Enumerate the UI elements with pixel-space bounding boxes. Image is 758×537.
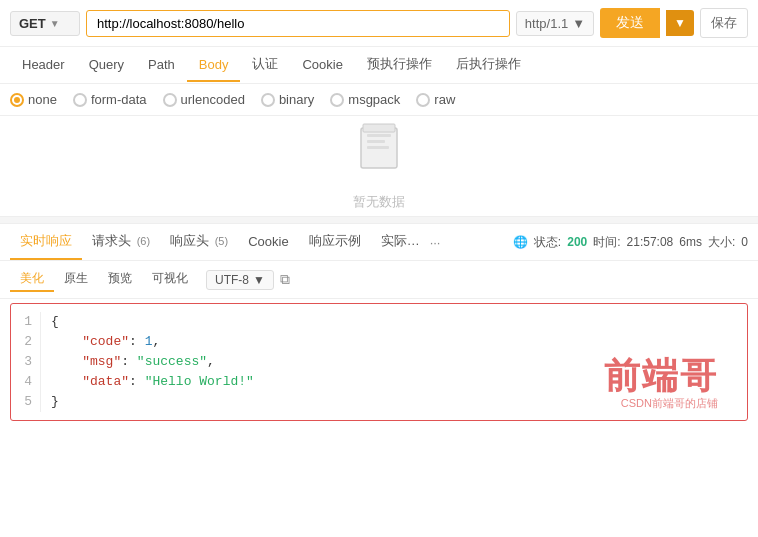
encoding-text: UTF-8 xyxy=(215,273,249,287)
line-numbers: 1 2 3 4 5 xyxy=(11,312,41,412)
line-num-3: 3 xyxy=(19,352,32,372)
time-label: 时间: xyxy=(593,234,620,251)
duration-value: 6ms xyxy=(679,235,702,249)
response-tab-realtime[interactable]: 实时响应 xyxy=(10,224,82,260)
option-none[interactable]: none xyxy=(10,92,57,107)
top-bar: GET ▼ http/1.1 ▼ 发送 ▼ 保存 xyxy=(0,0,758,47)
svg-rect-4 xyxy=(363,124,395,132)
format-tab-preview[interactable]: 预览 xyxy=(98,267,142,292)
response-tab-cookie[interactable]: Cookie xyxy=(238,226,298,259)
response-tab-req-headers[interactable]: 请求头 (6) xyxy=(82,224,160,260)
response-tab-example[interactable]: 响应示例 xyxy=(299,224,371,260)
method-text: GET xyxy=(19,16,46,31)
line-num-1: 1 xyxy=(19,312,32,332)
code-line-2: "code": 1, xyxy=(51,332,737,352)
format-tab-beautify[interactable]: 美化 xyxy=(10,267,54,292)
option-raw[interactable]: raw xyxy=(416,92,455,107)
option-binary-label: binary xyxy=(279,92,314,107)
tab-header[interactable]: Header xyxy=(10,49,77,82)
empty-state: 暂无数据 xyxy=(0,116,758,216)
protocol-chevron-icon: ▼ xyxy=(572,16,585,31)
section-divider xyxy=(0,216,758,224)
response-tab-actual[interactable]: 实际… xyxy=(371,224,430,260)
encoding-select[interactable]: UTF-8 ▼ xyxy=(206,270,274,290)
size-label: 大小: xyxy=(708,234,735,251)
size-value: 0 xyxy=(741,235,748,249)
status-label: 状态: xyxy=(534,234,561,251)
option-msgpack[interactable]: msgpack xyxy=(330,92,400,107)
line-num-5: 5 xyxy=(19,392,32,412)
body-options: none form-data urlencoded binary msgpack… xyxy=(0,84,758,116)
tab-body[interactable]: Body xyxy=(187,49,241,82)
radio-form-data[interactable] xyxy=(73,93,87,107)
radio-raw[interactable] xyxy=(416,93,430,107)
save-button[interactable]: 保存 xyxy=(700,8,748,38)
send-button[interactable]: 发送 xyxy=(600,8,660,38)
watermark-sub: CSDN前端哥的店铺 xyxy=(621,396,718,411)
tab-query[interactable]: Query xyxy=(77,49,136,82)
empty-text: 暂无数据 xyxy=(353,193,405,211)
protocol-select[interactable]: http/1.1 ▼ xyxy=(516,11,594,36)
radio-binary[interactable] xyxy=(261,93,275,107)
response-meta: 🌐 状态: 200 时间: 21:57:08 6ms 大小: 0 xyxy=(513,234,748,251)
format-tab-raw[interactable]: 原生 xyxy=(54,267,98,292)
option-form-data-label: form-data xyxy=(91,92,147,107)
radio-urlencoded[interactable] xyxy=(163,93,177,107)
option-none-label: none xyxy=(28,92,57,107)
tab-post-exec[interactable]: 后执行操作 xyxy=(444,47,533,83)
line-num-2: 2 xyxy=(19,332,32,352)
response-tabs: 实时响应 请求头 (6) 响应头 (5) Cookie 响应示例 实际… ···… xyxy=(0,224,758,261)
response-tab-resp-headers-label: 响应头 xyxy=(170,233,209,248)
response-tab-example-label: 响应示例 xyxy=(309,233,361,248)
time-value: 21:57:08 xyxy=(627,235,674,249)
format-tab-visual[interactable]: 可视化 xyxy=(142,267,198,292)
method-select[interactable]: GET ▼ xyxy=(10,11,80,36)
option-urlencoded[interactable]: urlencoded xyxy=(163,92,245,107)
tab-auth[interactable]: 认证 xyxy=(240,47,290,83)
option-binary[interactable]: binary xyxy=(261,92,314,107)
response-section: 实时响应 请求头 (6) 响应头 (5) Cookie 响应示例 实际… ···… xyxy=(0,224,758,421)
status-code: 200 xyxy=(567,235,587,249)
response-tab-req-headers-badge: (6) xyxy=(137,235,150,247)
radio-none[interactable] xyxy=(10,93,24,107)
tab-path[interactable]: Path xyxy=(136,49,187,82)
tab-cookie[interactable]: Cookie xyxy=(290,49,354,82)
svg-rect-2 xyxy=(367,140,385,143)
response-tab-resp-headers[interactable]: 响应头 (5) xyxy=(160,224,238,260)
chevron-down-icon: ▼ xyxy=(50,18,60,29)
option-raw-label: raw xyxy=(434,92,455,107)
response-tab-req-headers-label: 请求头 xyxy=(92,233,131,248)
response-tab-realtime-label: 实时响应 xyxy=(20,233,72,248)
svg-rect-3 xyxy=(367,146,389,149)
tab-pre-exec[interactable]: 预执行操作 xyxy=(355,47,444,83)
response-tab-cookie-label: Cookie xyxy=(248,234,288,249)
encoding-chevron-icon: ▼ xyxy=(253,273,265,287)
protocol-text: http/1.1 xyxy=(525,16,568,31)
nav-tabs: Header Query Path Body 认证 Cookie 预执行操作 后… xyxy=(0,47,758,84)
more-tabs-button[interactable]: ··· xyxy=(430,235,441,250)
svg-rect-1 xyxy=(367,134,391,137)
response-tab-resp-headers-badge: (5) xyxy=(215,235,228,247)
line-num-4: 4 xyxy=(19,372,32,392)
format-tabs: 美化 原生 预览 可视化 UTF-8 ▼ ⧉ xyxy=(0,261,758,299)
send-arrow-button[interactable]: ▼ xyxy=(666,10,694,36)
option-msgpack-label: msgpack xyxy=(348,92,400,107)
empty-icon xyxy=(353,122,405,185)
copy-button[interactable]: ⧉ xyxy=(280,271,290,288)
option-urlencoded-label: urlencoded xyxy=(181,92,245,107)
option-form-data[interactable]: form-data xyxy=(73,92,147,107)
url-input[interactable] xyxy=(86,10,510,37)
watermark-main: 前端哥 xyxy=(604,352,718,401)
globe-icon: 🌐 xyxy=(513,235,528,249)
response-tab-actual-label: 实际… xyxy=(381,233,420,248)
radio-msgpack[interactable] xyxy=(330,93,344,107)
code-line-1: { xyxy=(51,312,737,332)
